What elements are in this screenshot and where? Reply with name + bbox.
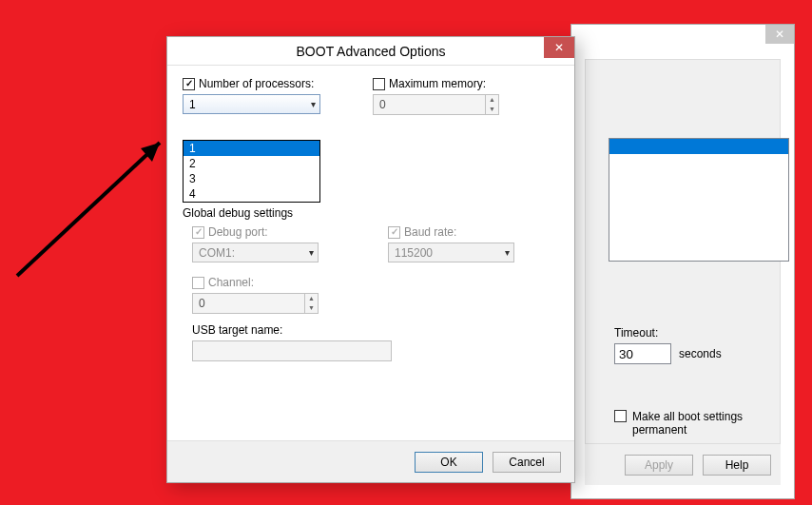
spin-up-icon: ▲ xyxy=(305,294,318,303)
debug-port-combo: COM1: ▾ xyxy=(192,243,319,262)
channel-label: Channel: xyxy=(208,276,254,289)
help-button[interactable]: Help xyxy=(703,455,771,476)
baud-rate-combo: 115200 ▾ xyxy=(388,243,514,262)
close-button[interactable]: ✕ xyxy=(544,37,574,58)
debug-port-value: COM1: xyxy=(199,246,235,260)
timeout-label: Timeout: xyxy=(614,326,658,340)
ok-button[interactable]: OK xyxy=(415,452,483,473)
apply-button[interactable]: Apply xyxy=(625,455,693,476)
spin-down-icon[interactable]: ▼ xyxy=(486,105,498,114)
baud-rate-checkbox: ✓ xyxy=(388,226,400,239)
num-processors-checkbox[interactable]: ✓ xyxy=(183,78,195,90)
parent-button-bar: Apply Help xyxy=(585,443,781,485)
dialog-title: BOOT Advanced Options xyxy=(297,44,446,59)
num-processors-option-2[interactable]: 2 xyxy=(184,156,319,171)
usb-target-label: USB target name: xyxy=(183,323,559,337)
debug-port-checkbox: ✓ xyxy=(192,226,204,239)
os-listbox[interactable] xyxy=(609,138,789,262)
parent-close-button[interactable]: ✕ xyxy=(765,25,794,44)
spin-down-icon: ▼ xyxy=(305,303,318,313)
os-list-selected-row[interactable] xyxy=(609,139,788,154)
num-processors-option-1[interactable]: 1 xyxy=(184,141,319,156)
channel-spinner: ▲ ▼ xyxy=(192,293,319,314)
spin-up-icon[interactable]: ▲ xyxy=(486,95,498,105)
channel-checkbox xyxy=(192,277,204,289)
num-processors-option-3[interactable]: 3 xyxy=(184,171,319,186)
global-debug-label: Global debug settings xyxy=(183,206,559,220)
permanent-checkbox[interactable] xyxy=(614,410,627,422)
cancel-button[interactable]: Cancel xyxy=(493,452,561,473)
max-memory-checkbox[interactable] xyxy=(373,78,385,90)
num-processors-dropdown[interactable]: 1 2 3 4 xyxy=(183,140,320,203)
baud-rate-label: Baud rate: xyxy=(404,225,456,239)
dialog-body: ✓ Number of processors: 1 ▾ Maximum memo… xyxy=(167,66,574,440)
permanent-label: Make all boot settings permanent xyxy=(632,410,775,437)
max-memory-label: Maximum memory: xyxy=(389,77,486,90)
parent-body: Timeout: seconds Make all boot settings … xyxy=(585,59,781,485)
timeout-unit: seconds xyxy=(679,347,722,360)
num-processors-value: 1 xyxy=(189,98,196,111)
timeout-input[interactable] xyxy=(614,343,671,364)
svg-line-0 xyxy=(17,143,160,276)
svg-marker-1 xyxy=(141,143,160,162)
max-memory-input[interactable] xyxy=(374,95,485,114)
chevron-down-icon: ▾ xyxy=(505,247,510,258)
usb-target-input xyxy=(192,340,392,361)
dialog-button-bar: OK Cancel xyxy=(167,440,574,482)
chevron-down-icon: ▾ xyxy=(311,99,316,109)
num-processors-option-4[interactable]: 4 xyxy=(184,186,319,202)
annotation-arrow xyxy=(8,124,179,285)
debug-port-label: Debug port: xyxy=(208,225,268,239)
num-processors-label: Number of processors: xyxy=(199,77,314,90)
channel-input xyxy=(193,294,304,313)
titlebar: BOOT Advanced Options ✕ xyxy=(167,37,574,66)
num-processors-combo[interactable]: 1 ▾ xyxy=(183,94,320,114)
parent-dialog: ✕ Timeout: seconds Make all boot setting… xyxy=(570,24,795,499)
baud-rate-value: 115200 xyxy=(395,246,433,260)
max-memory-spinner[interactable]: ▲ ▼ xyxy=(373,94,499,115)
chevron-down-icon: ▾ xyxy=(309,247,314,258)
boot-advanced-options-dialog: BOOT Advanced Options ✕ ✓ Number of proc… xyxy=(166,36,575,483)
